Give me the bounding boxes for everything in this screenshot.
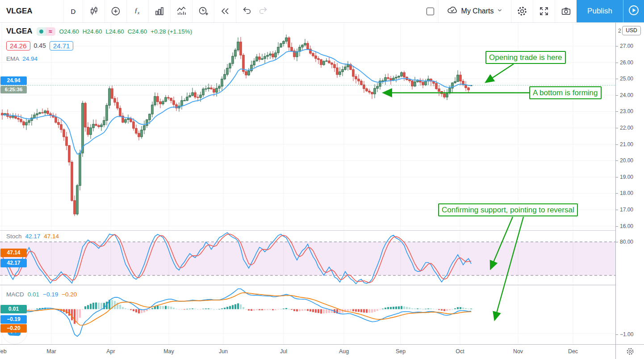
candles-layer: [1, 34, 472, 216]
month-label: Feb: [0, 348, 7, 355]
camera-icon: [560, 6, 572, 17]
price-tick-label: 17.00: [620, 207, 633, 213]
bar-chart-icon: [154, 6, 165, 17]
plus-circle-icon: [110, 6, 121, 17]
redo-icon[interactable]: [258, 5, 268, 17]
axis-settings-corner[interactable]: [615, 344, 644, 359]
publish-menu-button[interactable]: [623, 0, 644, 22]
macd-signal-badge: −0.20: [0, 324, 27, 333]
fundamentals-button[interactable]: [148, 0, 170, 22]
legend-change: +0.28 (+1.15%): [151, 28, 192, 35]
spread-value: 0.45: [34, 42, 46, 49]
price-chart-canvas[interactable]: [0, 22, 615, 344]
price-tick-label: 22.00: [620, 125, 633, 131]
indicators-button[interactable]: ƒx: [126, 0, 148, 22]
annotation-bottom-forming[interactable]: A bottom is forming: [529, 86, 602, 99]
legend-symbol[interactable]: VLGEA: [6, 27, 33, 36]
layout-button[interactable]: [422, 0, 438, 22]
price-tick-label: 21.00: [620, 141, 633, 148]
chart-settings-button[interactable]: [511, 0, 533, 22]
ema-label[interactable]: EMA: [6, 55, 19, 62]
legend-open: O24.60: [59, 28, 79, 35]
month-label: May: [163, 348, 174, 355]
annotation-confirming-support[interactable]: Confirming support, pointing to reversal: [438, 203, 578, 216]
templates-button[interactable]: [170, 0, 192, 22]
macd-tick-label: −1.00: [620, 331, 633, 338]
layout-square-icon: [427, 8, 434, 15]
month-label: Nov: [513, 348, 523, 355]
candlestick-icon: [88, 6, 99, 17]
macd-line-badge: −0.19: [0, 315, 27, 324]
macd-hist-value: 0.01: [28, 291, 39, 298]
svg-text:x: x: [137, 10, 140, 15]
month-label: Apr: [106, 348, 115, 355]
macd-label[interactable]: MACD: [6, 291, 24, 298]
sell-button[interactable]: 24.26: [6, 41, 30, 51]
legend-row-ema: EMA 24.94: [6, 55, 38, 62]
price-tick-label: 19.00: [620, 174, 633, 180]
cloud-check-icon: [447, 4, 458, 18]
time-axis[interactable]: FebMarAprMayJunJulAugSepOctNovDec: [0, 344, 615, 359]
legend-row-main: VLGEA ≈ O24.60 H24.60 L24.60 C24.60 +0.2…: [6, 26, 192, 37]
buy-button[interactable]: 24.71: [50, 41, 74, 51]
macd-hist-badge: 0.01: [0, 305, 27, 313]
price-axis[interactable]: 2 USD 27.0026.0025.0024.0023.0022.0021.0…: [615, 22, 644, 359]
stoch-pane-legend: Stoch 42.17 47.14: [6, 233, 59, 240]
toolbar-right-group: My Charts Publish: [422, 0, 644, 22]
legend-row-quotes: 24.26 0.45 24.71: [6, 40, 73, 51]
symbol-button[interactable]: VLGEA: [0, 0, 63, 22]
price-tick-label: 26.00: [620, 59, 633, 66]
price-tick-label: 25.00: [620, 76, 633, 82]
stoch-label[interactable]: Stoch: [6, 233, 22, 240]
my-charts-label: My Charts: [461, 7, 494, 15]
play-circle-icon: [628, 4, 640, 18]
macd-pane-legend: MACD 0.01 −0.19 −0.20: [6, 291, 77, 298]
fx-icon: ƒx: [132, 6, 143, 17]
macd-signal-value: −0.20: [62, 291, 77, 298]
market-open-dot-icon: [37, 27, 46, 36]
gear-icon: [516, 5, 528, 17]
undo-icon[interactable]: [242, 5, 252, 17]
screenshot-button[interactable]: [555, 0, 577, 22]
clipped-price-label: 2: [618, 28, 621, 34]
grid-layer: [0, 22, 615, 344]
price-tick-label: 18.00: [620, 190, 633, 196]
alert-button[interactable]: [192, 0, 214, 22]
toolbar-left-group: VLGEA D ƒx: [0, 0, 274, 22]
indicator-template-icon: [176, 6, 187, 17]
month-label: Sep: [396, 348, 406, 355]
alarm-clock-plus-icon: [198, 6, 209, 17]
rewind-icon: [220, 6, 230, 17]
legend-ohlc: O24.60 H24.60 L24.60 C24.60 +0.28 (+1.15…: [59, 28, 192, 35]
macd-line-value: −0.19: [43, 291, 58, 298]
market-status-pill[interactable]: ≈: [37, 27, 55, 36]
ema-value: 24.94: [22, 55, 38, 62]
chart-area: VLGEA ≈ O24.60 H24.60 L24.60 C24.60 +0.2…: [0, 22, 644, 359]
stoch-tick-label: 80.00: [620, 239, 633, 245]
compare-add-button[interactable]: [105, 0, 126, 22]
publish-button[interactable]: Publish: [577, 0, 623, 22]
legend-close: C24.60: [128, 28, 147, 35]
stoch-k-value: 42.17: [25, 233, 41, 240]
annotation-opening-trade[interactable]: Opening trade is here: [485, 51, 566, 64]
fullscreen-button[interactable]: [533, 0, 555, 22]
currency-toggle[interactable]: USD: [622, 26, 641, 35]
publish-label: Publish: [587, 7, 612, 16]
stoch-d-badge: 47.14: [0, 249, 27, 257]
approx-data-icon: ≈: [46, 27, 55, 36]
my-charts-button[interactable]: My Charts: [438, 0, 511, 22]
ema-price-badge: 24.94: [0, 76, 27, 85]
interval-button[interactable]: D: [63, 0, 83, 22]
symbol-label: VLGEA: [6, 7, 33, 16]
gear-icon: [626, 347, 635, 358]
stoch-d-value: 47.14: [44, 233, 59, 240]
chart-style-button[interactable]: [83, 0, 105, 22]
month-label: Oct: [456, 348, 464, 355]
month-label: Jun: [219, 348, 228, 355]
month-label: Jul: [280, 348, 287, 355]
legend-low: L24.60: [105, 28, 124, 35]
bar-countdown-badge: 6:25:36: [0, 86, 27, 93]
chevron-down-icon: [497, 7, 503, 15]
bar-replay-button[interactable]: [214, 0, 236, 22]
price-tick-label: 20.00: [620, 157, 633, 164]
